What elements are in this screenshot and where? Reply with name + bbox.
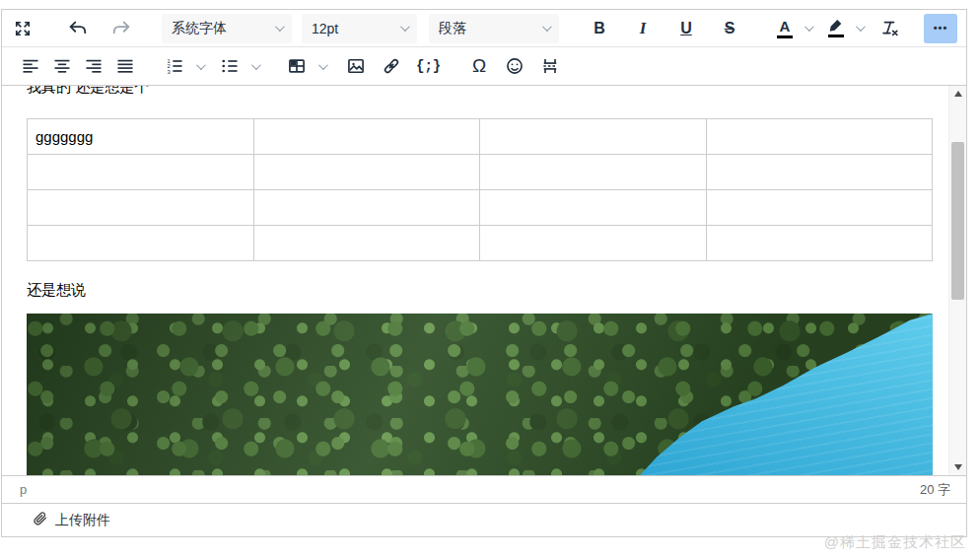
align-left-button[interactable] [16, 51, 45, 81]
word-count[interactable]: 20 字 [920, 481, 950, 499]
table-cell[interactable] [253, 119, 480, 155]
scroll-down-button[interactable] [949, 459, 966, 475]
align-left-icon [21, 56, 40, 76]
special-character-button[interactable]: Ω [464, 51, 494, 81]
font-size-select[interactable]: 12pt [302, 14, 417, 43]
clear-formatting-icon [878, 18, 900, 39]
table-cell[interactable] [706, 226, 933, 261]
chevron-down-icon [804, 22, 813, 32]
highlight-color-menu-button[interactable] [851, 14, 867, 43]
svg-text:3: 3 [168, 69, 171, 75]
block-format-value: 段落 [439, 20, 466, 37]
vertical-scrollbar[interactable] [948, 86, 966, 475]
undo-button[interactable] [63, 14, 93, 43]
chevron-down-icon [195, 60, 205, 70]
table-row [28, 226, 933, 261]
scrollbar-thumb[interactable] [951, 142, 964, 300]
bold-button[interactable]: B [585, 14, 614, 43]
upload-attachment-label: 上传附件 [55, 512, 110, 529]
table-cell[interactable] [480, 190, 707, 226]
table-cell[interactable] [480, 119, 707, 155]
attachment-bar: 上传附件 [2, 503, 966, 536]
strikethrough-button[interactable]: S [715, 14, 744, 43]
triangle-up-icon [954, 91, 962, 97]
insert-image-button[interactable] [341, 51, 371, 81]
bold-icon: B [594, 21, 605, 36]
triangle-down-icon [954, 464, 962, 470]
table-cell[interactable] [253, 226, 480, 261]
table-menu-button[interactable] [314, 51, 329, 81]
table-cell[interactable] [480, 155, 707, 190]
text-color-menu-button[interactable] [800, 14, 815, 43]
fullscreen-button[interactable] [8, 14, 37, 43]
table-cell[interactable] [28, 226, 254, 261]
underline-button[interactable]: U [671, 14, 701, 43]
page-break-icon [540, 56, 560, 76]
italic-button[interactable]: I [628, 14, 658, 43]
ellipsis-icon: ••• [934, 23, 948, 34]
align-right-icon [84, 56, 104, 76]
table-cell[interactable]: ggggggg [28, 119, 254, 155]
paperclip-icon [33, 511, 48, 529]
bullet-list-button[interactable] [215, 51, 245, 81]
lake-water-region [27, 314, 933, 475]
watermark: @稀土掘金技术社区 [824, 533, 966, 552]
table-row: ggggggg [28, 119, 933, 155]
table-cell[interactable] [706, 155, 933, 190]
emoji-button[interactable] [500, 51, 529, 81]
highlight-pen-icon [828, 19, 844, 33]
text-color-icon: A [780, 19, 791, 34]
table-cell[interactable] [706, 190, 933, 226]
table-cell[interactable] [28, 155, 254, 190]
status-bar: p 20 字 [2, 475, 966, 503]
highlight-color-button[interactable] [821, 14, 851, 43]
text-color-swatch [777, 35, 793, 38]
font-family-select[interactable]: 系统字体 [162, 14, 292, 43]
table-cell[interactable] [706, 119, 933, 155]
table-button[interactable] [282, 51, 312, 81]
table-row [28, 155, 933, 190]
font-family-value: 系统字体 [172, 20, 227, 37]
clear-formatting-button[interactable] [874, 14, 904, 43]
chevron-down-icon [400, 22, 410, 32]
table-cell[interactable] [28, 190, 254, 226]
underline-icon: U [680, 21, 692, 36]
ordered-list-icon: 123 [165, 56, 184, 76]
image-icon [346, 56, 366, 76]
chevron-down-icon [542, 22, 552, 32]
ordered-list-button[interactable]: 123 [160, 51, 189, 81]
bullet-list-menu-button[interactable] [246, 51, 262, 81]
align-center-icon [52, 56, 72, 76]
paragraph[interactable]: 还是想说 [27, 279, 933, 300]
editable-document[interactable]: 我真的 还是想是个 ggggggg [2, 86, 948, 475]
fullscreen-icon [13, 19, 33, 38]
undo-icon [67, 18, 89, 39]
align-center-button[interactable] [47, 51, 77, 81]
redo-button[interactable] [106, 14, 136, 43]
toolbar-row-2: 123 {;} Ω [2, 47, 966, 86]
align-right-button[interactable] [79, 51, 108, 81]
font-size-value: 12pt [312, 21, 338, 36]
editor-content-area[interactable]: 我真的 还是想是个 ggggggg [2, 86, 966, 475]
chevron-down-icon [855, 22, 865, 32]
page-break-button[interactable] [535, 51, 565, 81]
table-icon [287, 56, 307, 76]
table-cell[interactable] [480, 226, 707, 261]
ordered-list-menu-button[interactable] [191, 51, 207, 81]
block-format-select[interactable]: 段落 [429, 14, 559, 43]
italic-icon: I [640, 20, 647, 36]
forest-lake-image[interactable] [27, 314, 933, 475]
upload-attachment-button[interactable]: 上传附件 [33, 511, 110, 529]
text-color-button[interactable]: A [770, 14, 800, 43]
code-sample-button[interactable]: {;} [412, 51, 445, 81]
table-row [28, 190, 933, 226]
element-path[interactable]: p [20, 482, 27, 497]
align-justify-button[interactable] [110, 51, 140, 81]
scroll-up-button[interactable] [949, 86, 966, 102]
table-cell[interactable] [253, 155, 480, 190]
redo-icon [110, 18, 132, 39]
table-cell[interactable] [253, 190, 480, 226]
more-toolbar-button[interactable]: ••• [924, 14, 957, 43]
insert-link-button[interactable] [377, 51, 406, 81]
paragraph-clipped[interactable]: 我真的 还是想是个 [27, 86, 933, 97]
